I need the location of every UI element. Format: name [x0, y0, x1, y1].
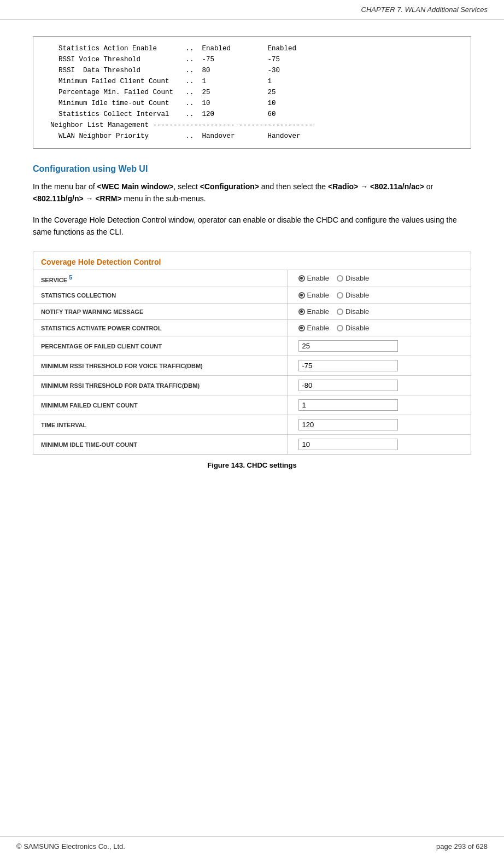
input-field[interactable] [298, 360, 398, 371]
figure-title-bar: Coverage Hole Detection Control [33, 252, 471, 270]
table-row: MINIMUM RSSI THRESHOLD FOR DATA TRAFFIC(… [33, 376, 471, 395]
table-row: MINIMUM IDLE TIME-OUT COUNT [33, 435, 471, 455]
table-row: STATISTICS COLLECTIONEnableDisable [33, 287, 471, 304]
radio-group: EnableDisable [298, 274, 464, 282]
radio-empty-icon [337, 275, 343, 282]
table-cell-value[interactable] [287, 376, 471, 395]
table-row: TIME INTERVAL [33, 415, 471, 435]
code-line: Statistics Collect Interval .. 120 60 [42, 109, 462, 120]
code-line: Statistics Action Enable .. Enabled Enab… [42, 43, 462, 54]
table-cell-value: EnableDisable [287, 287, 471, 304]
table-cell-label: TIME INTERVAL [33, 415, 287, 435]
table-cell-label: PERCENTAGE OF FAILED CLIENT COUNT [33, 336, 287, 356]
figure-container: Coverage Hole Detection Control SERVICE … [33, 252, 471, 455]
radio-label: Disable [345, 274, 369, 282]
radio-label: Disable [345, 291, 369, 299]
code-line: Minimum Failed Client Count .. 1 1 [42, 76, 462, 87]
footer-right: page 293 of 628 [436, 842, 488, 851]
radio-empty-icon [337, 308, 343, 315]
chdc-table: SERVICE 5EnableDisableSTATISTICS COLLECT… [33, 270, 471, 455]
table-cell-value[interactable] [287, 356, 471, 376]
radio-label: Enable [307, 307, 329, 316]
input-field[interactable] [298, 380, 398, 391]
section-para2: In the Coverage Hole Detection Control w… [33, 214, 471, 238]
radio-group: EnableDisable [298, 307, 464, 316]
radio-label: Disable [345, 307, 369, 316]
figure-title: Coverage Hole Detection Control [41, 258, 161, 266]
table-row: MINIMUM RSSI THRESHOLD FOR VOICE TRAFFIC… [33, 356, 471, 376]
table-cell-value: EnableDisable [287, 304, 471, 320]
radio-item-enable[interactable]: Enable [298, 274, 329, 282]
table-cell-label: MINIMUM RSSI THRESHOLD FOR VOICE TRAFFIC… [33, 356, 287, 376]
table-cell-label: STATISTICS COLLECTION [33, 287, 287, 304]
radio-item-enable[interactable]: Enable [298, 324, 329, 332]
radio-item-disable[interactable]: Disable [337, 324, 369, 332]
page-footer: © SAMSUNG Electronics Co., Ltd. page 293… [0, 836, 504, 856]
radio-group: EnableDisable [298, 324, 464, 332]
radio-label: Enable [307, 274, 329, 282]
radio-item-disable[interactable]: Disable [337, 307, 369, 316]
code-line: Percentage Min. Failed Count .. 25 25 [42, 87, 462, 98]
page-header: CHAPTER 7. WLAN Additional Services [0, 0, 504, 20]
table-cell-value: EnableDisable [287, 320, 471, 336]
radio-label: Enable [307, 291, 329, 299]
radio-label: Enable [307, 324, 329, 332]
figure-caption: Figure 143. CHDC settings [33, 461, 471, 469]
code-line: RSSI Data Threshold .. 80 -30 [42, 65, 462, 76]
radio-selected-icon [298, 308, 305, 315]
input-field[interactable] [298, 439, 398, 450]
section-para1: In the menu bar of <WEC Main window>, se… [33, 180, 471, 205]
table-cell-label: NOTIFY TRAP WARNING MESSAGE [33, 304, 287, 320]
radio-group: EnableDisable [298, 291, 464, 299]
code-block: Statistics Action Enable .. Enabled Enab… [33, 36, 471, 149]
radio-item-enable[interactable]: Enable [298, 291, 329, 299]
table-row: MINIMUM FAILED CLIENT COUNT [33, 395, 471, 415]
radio-selected-icon [298, 275, 305, 282]
radio-empty-icon [337, 292, 343, 299]
code-line: RSSI Voice Threshold .. -75 -75 [42, 54, 462, 65]
superscript: 5 [67, 274, 72, 281]
table-cell-value: EnableDisable [287, 270, 471, 287]
code-line: Neighbor List Management ---------------… [42, 120, 462, 131]
chapter-title: CHAPTER 7. WLAN Additional Services [361, 5, 488, 14]
table-cell-label: MINIMUM FAILED CLIENT COUNT [33, 395, 287, 415]
table-cell-value[interactable] [287, 435, 471, 455]
radio-item-disable[interactable]: Disable [337, 291, 369, 299]
radio-item-enable[interactable]: Enable [298, 307, 329, 316]
footer-left: © SAMSUNG Electronics Co., Ltd. [16, 842, 125, 851]
input-field[interactable] [298, 340, 398, 352]
table-row: SERVICE 5EnableDisable [33, 270, 471, 287]
code-line: WLAN Neighbor Priority .. Handover Hando… [42, 131, 462, 142]
code-line: Minimum Idle time-out Count .. 10 10 [42, 98, 462, 109]
table-cell-label: MINIMUM IDLE TIME-OUT COUNT [33, 435, 287, 455]
table-cell-value[interactable] [287, 395, 471, 415]
radio-item-disable[interactable]: Disable [337, 274, 369, 282]
input-field[interactable] [298, 419, 398, 430]
radio-empty-icon [337, 325, 343, 331]
table-cell-value[interactable] [287, 336, 471, 356]
table-cell-label: MINIMUM RSSI THRESHOLD FOR DATA TRAFFIC(… [33, 376, 287, 395]
table-cell-label: STATISTICS ACTIVATE POWER CONTROL [33, 320, 287, 336]
table-row: NOTIFY TRAP WARNING MESSAGEEnableDisable [33, 304, 471, 320]
table-cell-label: SERVICE 5 [33, 270, 287, 287]
table-row: STATISTICS ACTIVATE POWER CONTROLEnableD… [33, 320, 471, 336]
page-content: Statistics Action Enable .. Enabled Enab… [0, 20, 504, 513]
radio-label: Disable [345, 324, 369, 332]
input-field[interactable] [298, 399, 398, 411]
radio-selected-icon [298, 292, 305, 299]
section-heading: Configuration using Web UI [33, 164, 471, 174]
table-row: PERCENTAGE OF FAILED CLIENT COUNT [33, 336, 471, 356]
table-cell-value[interactable] [287, 415, 471, 435]
radio-selected-icon [298, 325, 305, 331]
